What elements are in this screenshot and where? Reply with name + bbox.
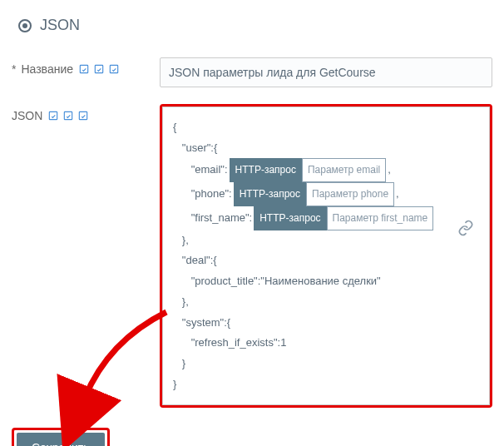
json-line: "email":HTTP-запросПараметр email, <box>173 158 479 182</box>
svg-rect-0 <box>80 65 87 72</box>
http-tag[interactable]: HTTP-запрос <box>234 182 306 206</box>
json-highlight-box: { "user":{ "email":HTTP-запросПараметр e… <box>160 104 492 408</box>
edit-icon[interactable] <box>108 63 120 75</box>
param-tag[interactable]: Параметр first_name <box>327 206 434 230</box>
svg-rect-1 <box>95 65 102 72</box>
json-line: } <box>173 374 479 395</box>
http-tag[interactable]: HTTP-запрос <box>254 206 326 230</box>
json-line: "deal":{ <box>173 250 479 271</box>
json-line: }, <box>173 230 479 251</box>
save-area: Сохранить <box>12 428 492 446</box>
radio-selected-icon[interactable] <box>18 19 32 32</box>
name-label: Название <box>21 62 73 76</box>
header-row: JSON <box>18 17 492 34</box>
json-line: } <box>173 354 479 374</box>
json-field-row: JSON { "user":{ "email":HTTP-запро <box>12 104 492 408</box>
svg-rect-2 <box>110 65 117 72</box>
name-required-mark: * <box>12 62 16 76</box>
svg-rect-5 <box>80 112 87 119</box>
page-title: JSON <box>40 17 80 34</box>
name-label-col: * Название <box>12 57 160 76</box>
svg-rect-3 <box>50 112 57 119</box>
name-input[interactable] <box>160 57 492 87</box>
edit-icon[interactable] <box>62 110 74 121</box>
save-button[interactable]: Сохранить <box>17 433 105 446</box>
svg-rect-4 <box>65 112 72 119</box>
param-tag[interactable]: Параметр email <box>302 158 386 182</box>
json-editor[interactable]: { "user":{ "email":HTTP-запросПараметр e… <box>162 107 490 405</box>
save-highlight-box: Сохранить <box>12 428 110 446</box>
json-line: "system":{ <box>173 313 479 334</box>
link-icon[interactable] <box>457 220 474 236</box>
json-line: "product_title":"Наименование сделки" <box>173 271 479 292</box>
http-tag[interactable]: HTTP-запрос <box>230 158 302 182</box>
json-line: { <box>173 117 479 138</box>
json-line: "phone":HTTP-запросПараметр phone, <box>173 182 479 206</box>
edit-icon[interactable] <box>77 110 89 121</box>
name-field-row: * Название <box>12 57 492 87</box>
param-tag[interactable]: Параметр phone <box>306 182 394 206</box>
json-line: "first_name":HTTP-запросПараметр first_n… <box>173 206 479 230</box>
json-label: JSON <box>12 109 42 122</box>
edit-icon[interactable] <box>47 110 59 121</box>
json-line: "user":{ <box>173 138 479 159</box>
json-line: "refresh_if_exists":1 <box>173 333 479 354</box>
json-line: }, <box>173 292 479 313</box>
edit-icon[interactable] <box>78 63 90 75</box>
json-label-col: JSON <box>12 104 160 122</box>
edit-icon[interactable] <box>93 63 105 75</box>
